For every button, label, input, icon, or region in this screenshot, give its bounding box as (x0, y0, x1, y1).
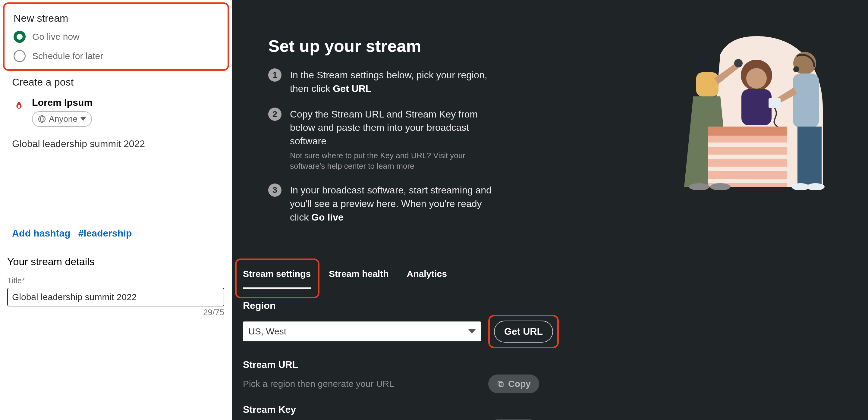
radio-label: Go live now (32, 32, 80, 42)
get-url-button[interactable]: Get URL (494, 321, 553, 343)
radio-label: Schedule for later (32, 51, 103, 61)
svg-rect-24 (499, 382, 503, 386)
region-label: Region (243, 300, 857, 311)
svg-rect-4 (696, 72, 718, 96)
copy-url-button[interactable]: Copy (488, 375, 539, 393)
svg-point-7 (746, 68, 767, 89)
new-stream-panel: New stream Go live now Schedule for late… (3, 2, 229, 71)
title-input[interactable] (7, 288, 224, 306)
hero-title: Set up your stream (268, 36, 663, 56)
hero-left: Set up your stream 1 In the Stream setti… (268, 36, 663, 236)
svg-rect-25 (498, 381, 502, 385)
copy-icon (497, 380, 504, 388)
copy-label: Copy (508, 379, 531, 389)
svg-rect-13 (769, 98, 781, 108)
step-number-badge: 2 (268, 107, 281, 121)
poster-info: Lorem Ipsum Anyone (32, 97, 93, 127)
audience-selector[interactable]: Anyone (32, 111, 92, 127)
step-text: Copy the Stream URL and Stream Key from … (290, 107, 495, 172)
main-panel: Set up your stream 1 In the Stream setti… (232, 0, 868, 420)
setup-step-2: 2 Copy the Stream URL and Stream Key fro… (268, 107, 663, 172)
chevron-down-icon (468, 329, 475, 333)
poster-row: Lorem Ipsum Anyone (12, 97, 220, 127)
audience-label: Anyone (49, 114, 78, 124)
globe-icon (38, 115, 46, 123)
tabs-wrap: Stream settings Stream health Analytics (232, 260, 868, 289)
stream-settings-panel: Region US, West Get URL Stream URL Pick … (232, 289, 868, 420)
region-select[interactable]: US, West (243, 321, 481, 342)
stream-key-label: Stream Key (243, 404, 857, 415)
svg-point-3 (693, 53, 715, 74)
sidebar: New stream Go live now Schedule for late… (0, 0, 232, 420)
hero: Set up your stream 1 In the Stream setti… (232, 0, 868, 260)
title-char-count: 29/75 (7, 308, 224, 317)
step-text-a: In the Stream settings below, pick your … (290, 70, 487, 94)
svg-rect-8 (741, 89, 772, 125)
stream-key-block: Stream Key Pick a region then generate y… (243, 404, 857, 420)
svg-rect-16 (708, 127, 786, 136)
setup-step-1: 1 In the Stream settings below, pick you… (268, 68, 663, 96)
stream-url-placeholder: Pick a region then generate your URL (243, 379, 481, 389)
svg-rect-12 (798, 127, 822, 187)
step-number-badge: 3 (268, 184, 281, 197)
tab-stream-settings[interactable]: Stream settings (243, 260, 311, 289)
add-hashtag-button[interactable]: Add hashtag (12, 228, 70, 239)
step-text: In the Stream settings below, pick your … (290, 68, 495, 96)
step-text-bold: Get URL (333, 83, 371, 94)
post-text[interactable]: Global leadership summit 2022 (12, 138, 220, 150)
flame-icon (14, 101, 24, 111)
tab-stream-health[interactable]: Stream health (329, 260, 389, 289)
step-number-badge: 1 (268, 68, 281, 82)
tabs: Stream settings Stream health Analytics (232, 260, 868, 289)
stream-url-label: Stream URL (243, 359, 857, 370)
chevron-down-icon (81, 117, 86, 121)
new-stream-title: New stream (13, 12, 218, 24)
radio-selected-icon (13, 31, 26, 43)
step-help-text: Not sure where to put the Key and URL? V… (290, 150, 495, 171)
svg-rect-11 (793, 73, 819, 128)
title-field-label: Title* (7, 276, 225, 285)
radio-unselected-icon (13, 50, 26, 62)
suggested-hashtag[interactable]: #leadership (79, 228, 132, 239)
radio-go-live-now[interactable]: Go live now (13, 31, 218, 43)
stream-url-block: Stream URL Pick a region then generate y… (243, 359, 857, 393)
hashtag-row: Add hashtag #leadership (0, 228, 232, 247)
avatar (12, 99, 26, 113)
step-text-bold: Go live (311, 212, 344, 223)
step-text-a: Copy the Stream URL and Stream Key from … (290, 109, 478, 147)
stream-details-title: Your stream details (7, 256, 225, 267)
studio-illustration-icon (678, 36, 829, 190)
poster-name: Lorem Ipsum (32, 97, 93, 108)
svg-point-10 (793, 66, 799, 72)
radio-schedule-later[interactable]: Schedule for later (13, 50, 218, 62)
tab-analytics[interactable]: Analytics (407, 260, 447, 289)
hero-illustration (675, 36, 832, 236)
region-value: US, West (248, 326, 286, 336)
highlight-box: Get URL (488, 315, 559, 348)
svg-point-5 (734, 59, 743, 67)
create-post-title: Create a post (12, 76, 220, 88)
create-post-section: Create a post Lorem Ipsum Anyone Global … (0, 76, 232, 228)
step-text: In your broadcast software, start stream… (290, 184, 495, 224)
region-row: US, West Get URL (243, 315, 857, 348)
setup-step-3: 3 In your broadcast software, start stre… (268, 184, 663, 224)
stream-details-section: Your stream details Title* 29/75 (0, 247, 232, 326)
